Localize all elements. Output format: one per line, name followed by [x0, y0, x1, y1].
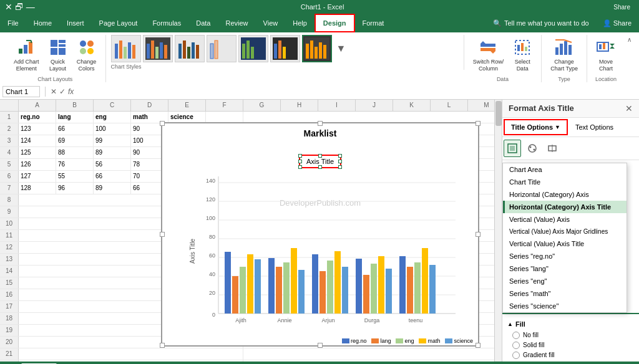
- cell-4a[interactable]: 125: [19, 147, 56, 158]
- cell-5c[interactable]: 56: [94, 159, 131, 170]
- col-header-f[interactable]: F: [206, 100, 243, 111]
- dropdown-item-series-lang[interactable]: Series "lang": [503, 262, 627, 275]
- cancel-icon[interactable]: ✕: [51, 87, 57, 96]
- cell-3c[interactable]: 99: [94, 135, 131, 146]
- fill-picture[interactable]: Picture or texture fill: [507, 360, 634, 362]
- confirm-icon[interactable]: ✓: [59, 87, 66, 96]
- col-header-i[interactable]: I: [318, 100, 356, 111]
- search-text[interactable]: Tell me what you want to do: [504, 19, 589, 27]
- cell-6b[interactable]: 55: [56, 171, 94, 182]
- dropdown-item-chart-title[interactable]: Chart Title: [503, 176, 627, 188]
- fill-gradient[interactable]: Gradient fill: [507, 350, 634, 360]
- fill-line-icon[interactable]: [504, 140, 521, 157]
- cell-1f[interactable]: [206, 112, 243, 123]
- title-options-arrow[interactable]: ▼: [555, 124, 560, 130]
- vertical-scrollbar[interactable]: [494, 100, 502, 362]
- col-header-g[interactable]: G: [243, 100, 281, 111]
- cell-1b[interactable]: lang: [56, 112, 94, 123]
- tab-file[interactable]: File: [0, 14, 26, 32]
- change-chart-type-button[interactable]: ChangeChart Type: [547, 35, 582, 75]
- dropdown-menu[interactable]: Chart Area Chart Title Horizontal (Categ…: [502, 163, 627, 313]
- panel-close-button[interactable]: ✕: [625, 103, 633, 113]
- cell-6c[interactable]: 66: [94, 171, 131, 182]
- chart-style-1[interactable]: [111, 35, 141, 62]
- dropdown-item-series-regno[interactable]: Series "reg.no": [503, 250, 627, 262]
- effects-icon[interactable]: [524, 140, 541, 157]
- cell-5a[interactable]: 126: [19, 159, 56, 170]
- col-header-j[interactable]: J: [356, 100, 393, 111]
- chart-style-5[interactable]: [238, 35, 268, 62]
- cell-1e[interactable]: science: [168, 112, 206, 123]
- tab-formulas[interactable]: Formulas: [145, 14, 188, 32]
- chart-style-4[interactable]: [207, 35, 237, 62]
- tab-help[interactable]: Help: [285, 14, 315, 32]
- tab-view[interactable]: View: [256, 14, 286, 32]
- chart-area[interactable]: Marklist Axis Title DeveloperPublish.com: [161, 122, 479, 347]
- ribbon-collapse-button[interactable]: ∧: [625, 35, 634, 44]
- share-button[interactable]: Share: [610, 4, 634, 11]
- chart-style-6[interactable]: [270, 35, 300, 62]
- col-header-b[interactable]: B: [56, 100, 94, 111]
- cell-1c[interactable]: eng: [94, 112, 131, 123]
- tab-data[interactable]: Data: [188, 14, 218, 32]
- dropdown-item-horiz-cat-axis-title[interactable]: Horizontal (Category) Axis Title: [503, 201, 627, 213]
- move-chart-button[interactable]: MoveChart: [592, 35, 620, 75]
- cell-7a[interactable]: 128: [19, 183, 56, 194]
- tab-format[interactable]: Format: [355, 14, 392, 32]
- chart-style-3[interactable]: [175, 35, 205, 62]
- col-header-d[interactable]: D: [131, 100, 168, 111]
- col-header-a[interactable]: A: [19, 100, 56, 111]
- cell-5b[interactable]: 76: [56, 159, 94, 170]
- no-fill-radio[interactable]: [512, 332, 520, 339]
- col-header-l[interactable]: L: [431, 100, 468, 111]
- size-properties-icon[interactable]: [544, 140, 561, 157]
- cell-2c[interactable]: 100: [94, 123, 131, 135]
- tab-home[interactable]: Home: [26, 14, 59, 32]
- dropdown-item-horiz-cat-axis[interactable]: Horizontal (Category) Axis: [503, 188, 627, 201]
- cell-2b[interactable]: 66: [56, 123, 94, 135]
- tab-design[interactable]: Design: [315, 14, 355, 32]
- cell-4c[interactable]: 89: [94, 147, 131, 158]
- cell-4b[interactable]: 88: [56, 147, 94, 158]
- chart-style-7[interactable]: [302, 35, 332, 62]
- axis-title-horizontal[interactable]: Axis Title: [299, 155, 341, 168]
- dropdown-item-vert-val-axis-title[interactable]: Vertical (Value) Axis Title: [503, 237, 627, 250]
- chart-style-scroll[interactable]: ▼: [334, 43, 349, 54]
- dropdown-item-series-math[interactable]: Series "math": [503, 287, 627, 300]
- fill-section-header[interactable]: ▲ Fill: [507, 318, 634, 330]
- chart-title[interactable]: Marklist: [162, 123, 478, 141]
- col-header-e[interactable]: E: [168, 100, 206, 111]
- cell-2a[interactable]: 123: [19, 123, 56, 135]
- fill-no-fill[interactable]: No fill: [507, 330, 634, 340]
- quick-layout-button[interactable]: QuickLayout: [44, 35, 72, 75]
- select-data-button[interactable]: SelectData: [509, 35, 536, 75]
- dropdown-item-vert-val-axis[interactable]: Vertical (Value) Axis: [503, 213, 627, 226]
- solid-fill-radio[interactable]: [512, 342, 520, 349]
- tab-insert[interactable]: Insert: [59, 14, 92, 32]
- cell-7c[interactable]: 89: [94, 183, 131, 194]
- cell-3b[interactable]: 69: [56, 135, 94, 146]
- gradient-fill-radio[interactable]: [512, 352, 520, 359]
- tab-review[interactable]: Review: [218, 14, 255, 32]
- cell-7b[interactable]: 96: [56, 183, 94, 194]
- dropdown-item-series-eng[interactable]: Series "eng": [503, 275, 627, 287]
- dropdown-item-series-science[interactable]: Series "science": [503, 300, 627, 312]
- switch-row-col-button[interactable]: Switch Row/Column: [469, 35, 508, 75]
- dropdown-item-chart-area[interactable]: Chart Area: [503, 163, 627, 176]
- function-icon[interactable]: fx: [68, 87, 74, 96]
- col-header-k[interactable]: K: [393, 100, 431, 111]
- tab-title-options[interactable]: Title Options ▼: [504, 119, 568, 135]
- col-header-h[interactable]: H: [281, 100, 318, 111]
- dropdown-item-vert-val-major-gridlines[interactable]: Vertical (Value) Axis Major Gridlines: [503, 226, 627, 237]
- tab-text-options[interactable]: Text Options: [569, 118, 620, 136]
- col-header-c[interactable]: C: [94, 100, 131, 111]
- add-chart-element-button[interactable]: Add ChartElement: [10, 35, 43, 75]
- cell-1a[interactable]: reg.no: [19, 112, 56, 123]
- share-button[interactable]: 👤 Share: [595, 14, 639, 32]
- tab-pagelayout[interactable]: Page Layout: [92, 14, 145, 32]
- formula-input[interactable]: [76, 88, 637, 95]
- chart-style-2[interactable]: [143, 35, 173, 62]
- cell-3a[interactable]: 124: [19, 135, 56, 146]
- change-colors-button[interactable]: ChangeColors: [73, 35, 100, 75]
- fill-solid[interactable]: Solid fill: [507, 340, 634, 350]
